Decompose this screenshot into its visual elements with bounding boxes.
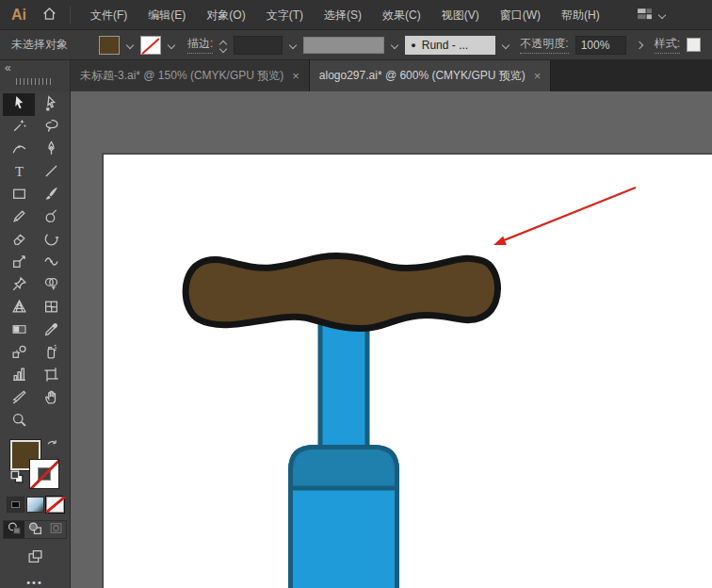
graphic-style-swatch[interactable] — [687, 38, 701, 52]
column-graph-tool[interactable] — [3, 365, 35, 387]
blob-brush-tool[interactable] — [35, 206, 67, 229]
stroke-color-swatch[interactable] — [140, 36, 161, 55]
draw-normal-button[interactable] — [4, 521, 24, 538]
style-label[interactable]: 样式: — [655, 36, 680, 54]
illustrator-logo: Ai — [0, 7, 36, 24]
artwork-drawing — [71, 91, 712, 588]
artboard-tool[interactable] — [35, 365, 67, 387]
stroke-swatch[interactable] — [29, 459, 59, 489]
opacity-label[interactable]: 不透明度: — [520, 36, 568, 54]
width-tool[interactable] — [35, 252, 67, 274]
gradient-tool[interactable] — [3, 319, 35, 342]
rotate-tool[interactable] — [35, 229, 67, 252]
magic-wand-tool[interactable] — [3, 116, 35, 139]
workspace-layout-icon — [637, 6, 653, 24]
pencil-icon — [11, 208, 27, 227]
selection-tool[interactable] — [3, 93, 35, 116]
brush-definition-dropdown[interactable]: ● Rund - ... — [405, 36, 495, 55]
chevron-down-icon — [658, 11, 666, 19]
stroke-weight-stepper[interactable] — [219, 36, 227, 55]
stepper-down-icon[interactable] — [219, 45, 227, 51]
menu-item-8[interactable]: 帮助(H) — [551, 0, 610, 30]
direct-selection-tool[interactable] — [35, 93, 67, 116]
draw-behind-button[interactable] — [24, 521, 45, 538]
type-tool[interactable]: T — [3, 161, 35, 184]
color-button[interactable] — [7, 497, 24, 513]
perspective-grid-icon — [11, 299, 27, 318]
stroke-weight-field[interactable] — [234, 36, 283, 55]
blend-icon — [11, 344, 27, 363]
menu-item-1[interactable]: 编辑(E) — [138, 0, 196, 30]
line-segment-tool[interactable] — [35, 161, 67, 184]
home-button[interactable] — [36, 4, 62, 26]
lasso-tool[interactable] — [35, 116, 67, 139]
draw-behind-icon — [27, 520, 43, 539]
eraser-tool[interactable] — [3, 229, 35, 252]
menu-item-5[interactable]: 效果(C) — [372, 0, 431, 30]
hand-tool[interactable] — [35, 387, 67, 410]
symbol-sprayer-tool[interactable] — [35, 342, 67, 365]
slice-tool[interactable] — [3, 387, 35, 410]
pump-handle-shape — [186, 256, 497, 329]
stroke-weight-label[interactable]: 描边: — [187, 36, 213, 54]
gradient-button[interactable] — [26, 497, 44, 513]
default-fill-stroke-icon[interactable] — [8, 468, 24, 487]
profile-chevron-down-icon[interactable] — [391, 41, 398, 49]
annotation-arrow-head — [494, 237, 507, 245]
document-tab-1[interactable]: alogo297.ai* @ 600% (CMYK/GPU 预览)× — [310, 60, 552, 91]
shape-builder-tool[interactable] — [35, 274, 67, 297]
collapse-toolbar-button[interactable]: « — [5, 61, 11, 74]
canvas-area[interactable] — [71, 91, 712, 588]
expand-panel-button[interactable] — [633, 36, 648, 55]
fill-color-swatch[interactable] — [99, 36, 120, 55]
draw-inside-button[interactable] — [45, 521, 66, 538]
opacity-field[interactable]: 100% — [575, 36, 626, 55]
weight-chevron-down-icon[interactable] — [289, 41, 297, 49]
pen-tool[interactable] — [35, 139, 67, 161]
draw-inside-icon — [48, 520, 64, 539]
artboard-icon — [43, 367, 59, 385]
mesh-icon — [43, 299, 59, 318]
menu-item-0[interactable]: 文件(F) — [80, 0, 138, 30]
line-segment-icon — [43, 163, 59, 182]
draw-normal-icon — [7, 520, 23, 539]
tools-grid: T — [3, 93, 67, 433]
edit-toolbar-button[interactable]: ••• — [26, 577, 43, 588]
stroke-chevron-down-icon[interactable] — [168, 41, 175, 49]
tab-close-icon[interactable]: × — [292, 69, 299, 83]
screen-mode-icon — [27, 554, 43, 567]
toolbar-drag-grip[interactable] — [16, 78, 54, 85]
width-profile-field[interactable] — [303, 37, 384, 54]
menu-item-7[interactable]: 窗口(W) — [490, 0, 551, 30]
rectangle-tool[interactable] — [3, 184, 35, 206]
brush-chevron-down-icon[interactable] — [502, 41, 510, 49]
blend-tool[interactable] — [3, 342, 35, 365]
swap-fill-stroke-icon[interactable] — [45, 438, 61, 457]
perspective-grid-tool[interactable] — [3, 297, 35, 319]
menu-items: 文件(F)编辑(E)对象(O)文字(T)选择(S)效果(C)视图(V)窗口(W)… — [80, 0, 610, 30]
mesh-tool[interactable] — [35, 297, 67, 319]
menu-item-3[interactable]: 文字(T) — [256, 0, 314, 30]
menubar-divider — [70, 7, 71, 24]
paintbrush-tool[interactable] — [35, 184, 67, 206]
pencil-tool[interactable] — [3, 206, 35, 229]
workspace-switcher[interactable] — [631, 4, 672, 26]
change-screen-mode-button[interactable] — [27, 548, 43, 567]
menu-item-2[interactable]: 对象(O) — [196, 0, 255, 30]
none-button[interactable] — [46, 497, 64, 513]
eyedropper-tool[interactable] — [35, 319, 67, 342]
fill-chevron-down-icon[interactable] — [126, 41, 134, 49]
menu-item-4[interactable]: 选择(S) — [314, 0, 372, 30]
tab-close-icon[interactable]: × — [534, 69, 542, 83]
puppet-warp-tool[interactable] — [3, 274, 35, 297]
menu-item-6[interactable]: 视图(V) — [431, 0, 490, 30]
curvature-tool[interactable] — [3, 139, 35, 161]
document-tab-0[interactable]: 未标题-3.ai* @ 150% (CMYK/GPU 预览)× — [71, 60, 310, 91]
puppet-warp-icon — [11, 276, 27, 295]
selection-icon — [11, 95, 27, 114]
chevron-right-icon — [637, 41, 644, 49]
stepper-up-icon[interactable] — [219, 39, 227, 44]
scale-tool[interactable] — [3, 252, 35, 274]
fill-stroke-control — [8, 438, 61, 489]
zoom-tool[interactable] — [3, 410, 35, 433]
